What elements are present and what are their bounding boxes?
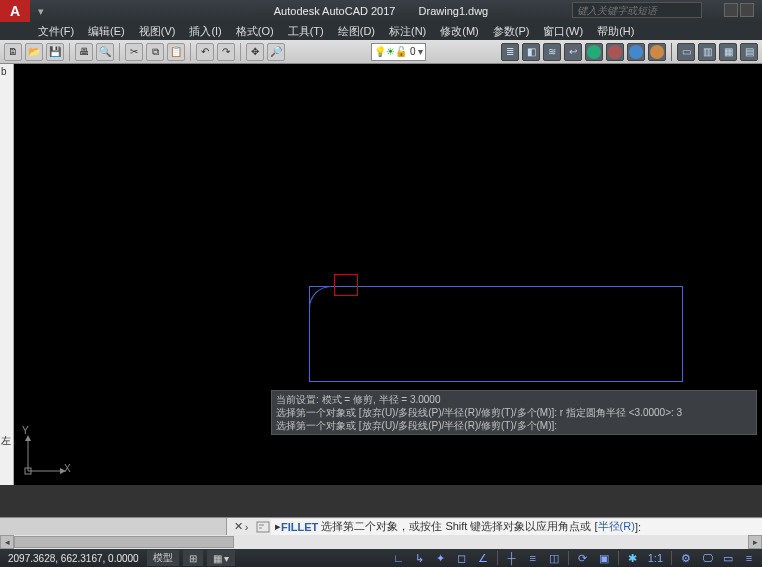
drawing-canvas[interactable]: Y X 当前设置: 模式 = 修剪, 半径 = 3.0000 选择第一个对象或 … (14, 64, 762, 485)
menu-view[interactable]: 视图(V) (133, 24, 182, 39)
layer-name: 0 (410, 46, 416, 57)
cmd-history-line: 选择第一个对象或 [放弃(U)/多段线(P)/半径(R)/修剪(T)/多个(M)… (276, 406, 752, 419)
anno-scale[interactable]: 1:1 (645, 550, 666, 566)
open-icon[interactable]: 📂 (25, 43, 43, 61)
layer-iso-icon[interactable]: ◧ (522, 43, 540, 61)
grid-toggle[interactable]: ⊞ (183, 550, 203, 566)
ucs-icon: Y X (20, 429, 70, 479)
dyn-toggle-icon[interactable]: ┼ (503, 550, 521, 566)
print-icon[interactable]: 🖶 (75, 43, 93, 61)
pick-cursor (334, 274, 358, 296)
props-b-icon[interactable]: ▥ (698, 43, 716, 61)
zoom-icon[interactable]: 🔎 (267, 43, 285, 61)
menu-insert[interactable]: 插入(I) (183, 24, 227, 39)
toolbar-sep (240, 43, 241, 61)
menu-edit[interactable]: 编辑(E) (82, 24, 131, 39)
pan-icon[interactable]: ✥ (246, 43, 264, 61)
chevron-right-icon[interactable]: › (245, 521, 249, 533)
close-icon[interactable]: ✕ (234, 520, 243, 533)
save-icon[interactable]: 💾 (46, 43, 64, 61)
command-history: 当前设置: 模式 = 修剪, 半径 = 3.0000 选择第一个对象或 [放弃(… (271, 390, 757, 435)
status-toggles: ∟ ↳ ✦ ◻ ∠ ┼ ≡ ◫ ⟳ ▣ ✱ 1:1 ⚙ 🖵 ▭ ≡ (390, 550, 762, 566)
command-prompt-b: ]: (635, 521, 641, 533)
workspace-icon[interactable]: ⚙ (677, 550, 695, 566)
anno-toggle-icon[interactable]: ✱ (624, 550, 642, 566)
menu-tools[interactable]: 工具(T) (282, 24, 330, 39)
lw-toggle-icon[interactable]: ≡ (524, 550, 542, 566)
preview-icon[interactable]: 🔍 (96, 43, 114, 61)
help-search-input[interactable] (573, 5, 701, 16)
menu-format[interactable]: 格式(O) (230, 24, 280, 39)
scroll-track[interactable] (14, 535, 748, 549)
track-toggle-icon[interactable]: ∠ (474, 550, 492, 566)
scroll-thumb[interactable] (14, 536, 234, 548)
tool-c-icon[interactable] (627, 43, 645, 61)
document-name: Drawing1.dwg (419, 5, 489, 17)
paste-icon[interactable]: 📋 (167, 43, 185, 61)
ucs-x-label: X (64, 463, 71, 474)
tool-d-icon[interactable] (648, 43, 666, 61)
props-d-icon[interactable]: ▤ (740, 43, 758, 61)
new-icon[interactable]: 🗎 (4, 43, 22, 61)
drawn-rectangle (309, 286, 683, 382)
horizontal-scrollbar[interactable]: ◂ ▸ (0, 535, 762, 549)
model-tab[interactable]: 模型 (147, 550, 179, 566)
layout-toggle[interactable]: ▦ ▾ (207, 550, 236, 566)
command-prompt-a: 选择第二个对象，或按住 Shift 键选择对象以应用角点或 [ (321, 519, 597, 534)
command-line-row: ✕ › ▸ FILLET 选择第二个对象，或按住 Shift 键选择对象以应用角… (0, 517, 762, 535)
ruler-mark: b (1, 66, 7, 77)
undo-icon[interactable]: ↶ (196, 43, 214, 61)
toolbar-sep (190, 43, 191, 61)
active-command: FILLET (281, 521, 318, 533)
cursor-coordinates: 2097.3628, 662.3167, 0.0000 (0, 553, 147, 564)
qat-dropdown-icon[interactable]: ▾ (36, 5, 46, 18)
osnap-toggle-icon[interactable]: ◻ (453, 550, 471, 566)
infocenter-btn-2[interactable] (740, 3, 754, 17)
clean-icon[interactable]: ▭ (719, 550, 737, 566)
menu-dim[interactable]: 标注(N) (383, 24, 432, 39)
menu-param[interactable]: 参数(P) (487, 24, 536, 39)
cmdline-close[interactable]: ✕ › (227, 520, 255, 533)
snap-toggle-icon[interactable]: ∟ (390, 550, 408, 566)
menu-modify[interactable]: 修改(M) (434, 24, 485, 39)
title-bar: A ▾ Autodesk AutoCAD 2017 Drawing1.dwg (0, 0, 762, 22)
tool-a-icon[interactable] (585, 43, 603, 61)
custom-icon[interactable]: ≡ (740, 550, 758, 566)
cmdline-handle[interactable] (0, 518, 227, 536)
trans-toggle-icon[interactable]: ◫ (545, 550, 563, 566)
layer-match-icon[interactable]: ≋ (543, 43, 561, 61)
cut-icon[interactable]: ✂ (125, 43, 143, 61)
scroll-left-icon[interactable]: ◂ (0, 535, 14, 549)
infocenter-btn-1[interactable] (724, 3, 738, 17)
ruler-mark-2: 左 (1, 434, 11, 448)
command-input[interactable]: ▸ FILLET 选择第二个对象，或按住 Shift 键选择对象以应用角点或 [… (271, 519, 762, 535)
redo-icon[interactable]: ↷ (217, 43, 235, 61)
tool-b-icon[interactable] (606, 43, 624, 61)
cmd-history-line: 选择第一个对象或 [放弃(U)/多段线(P)/半径(R)/修剪(T)/多个(M)… (276, 419, 752, 432)
layer-state-dropdown[interactable]: 💡☀🔓 0 ▾ (371, 43, 426, 61)
menu-draw[interactable]: 绘图(D) (332, 24, 381, 39)
help-search[interactable] (572, 2, 702, 18)
status-sep (568, 551, 569, 565)
props-c-icon[interactable]: ▦ (719, 43, 737, 61)
props-a-icon[interactable]: ▭ (677, 43, 695, 61)
app-icon[interactable]: A (0, 0, 30, 22)
layer-prev-icon[interactable]: ↩ (564, 43, 582, 61)
left-ruler: b 左 (0, 64, 14, 485)
polar-toggle-icon[interactable]: ✦ (432, 550, 450, 566)
menu-file[interactable]: 文件(F) (32, 24, 80, 39)
menu-help[interactable]: 帮助(H) (591, 24, 640, 39)
layer-props-icon[interactable]: ≣ (501, 43, 519, 61)
toolbar-sep (671, 43, 672, 61)
cycle-toggle-icon[interactable]: ⟳ (574, 550, 592, 566)
3d-toggle-icon[interactable]: ▣ (595, 550, 613, 566)
menu-window[interactable]: 窗口(W) (537, 24, 589, 39)
command-option[interactable]: 半径(R) (598, 519, 635, 534)
status-sep (671, 551, 672, 565)
ortho-toggle-icon[interactable]: ↳ (411, 550, 429, 566)
standard-toolbar: 🗎 📂 💾 🖶 🔍 ✂ ⧉ 📋 ↶ ↷ ✥ 🔎 💡☀🔓 0 ▾ ≣ ◧ ≋ ↩ … (0, 40, 762, 64)
scroll-right-icon[interactable]: ▸ (748, 535, 762, 549)
cmdline-prompt-icon (255, 519, 271, 535)
copy-icon[interactable]: ⧉ (146, 43, 164, 61)
monitor-icon[interactable]: 🖵 (698, 550, 716, 566)
